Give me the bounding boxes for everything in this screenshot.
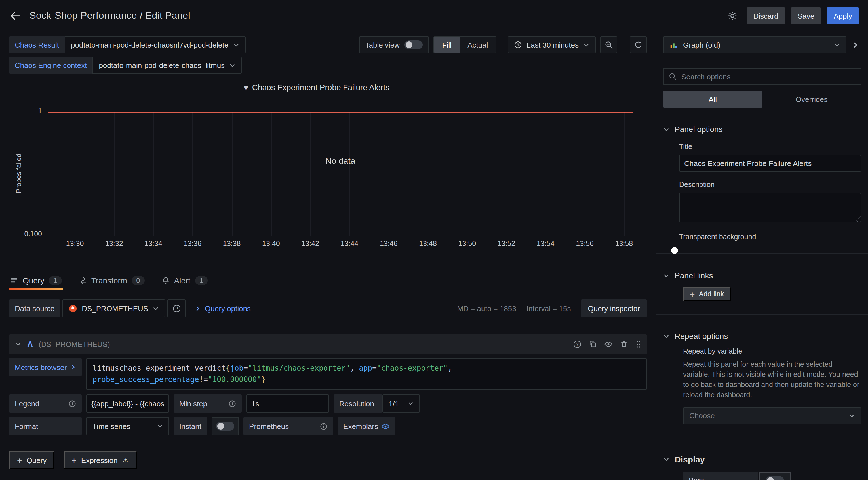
query-options-label: Query options (205, 304, 251, 312)
query-help-button[interactable]: ? (573, 340, 582, 348)
toggle-knob (671, 247, 678, 254)
interval-info: Interval = 15s (526, 304, 571, 312)
panel-options-body: Title Description Transparent background (668, 143, 861, 241)
x-tick-label: 13:36 (179, 240, 206, 248)
tab-alert[interactable]: Alert 1 (160, 271, 209, 290)
panel-description-textarea[interactable] (679, 193, 861, 222)
description-field-label: Description (679, 181, 861, 189)
eye-icon (381, 422, 390, 431)
x-tick-label: 13:50 (454, 240, 481, 248)
variable-value-dropdown[interactable]: podtato-main-pod-delete-chaosnl7vd-pod-d… (65, 36, 245, 53)
add-link-button[interactable]: + Add link (683, 287, 731, 302)
bars-toggle[interactable] (766, 476, 784, 480)
legend-input[interactable] (86, 395, 169, 413)
top-bar: Sock-Shop Performance / Edit Panel Disca… (0, 0, 868, 32)
tab-query[interactable]: Query 1 (9, 271, 63, 290)
section-title: Panel links (675, 271, 713, 280)
gridline (153, 112, 154, 236)
instant-switch-box (212, 417, 239, 435)
tab-transform[interactable]: Transform 0 (78, 271, 146, 290)
eye-icon (604, 340, 613, 348)
format-select[interactable]: Time series (86, 417, 169, 435)
chevron-down-icon (849, 413, 855, 419)
graph-plot-area[interactable]: 13:3013:3213:3413:3613:3813:4013:4213:44… (48, 112, 632, 236)
info-icon (229, 400, 236, 407)
panel-links-header[interactable]: Panel links (663, 271, 861, 280)
query-ref-datasource: (DS_PROMETHEUS) (38, 340, 110, 348)
clock-icon (514, 41, 522, 49)
back-button[interactable] (9, 10, 22, 22)
instant-toggle[interactable] (216, 422, 234, 431)
drag-handle[interactable] (636, 340, 641, 348)
disable-query-button[interactable] (604, 340, 613, 348)
gridline (271, 112, 272, 236)
datasource-name: DS_PROMETHEUS (82, 304, 148, 312)
collapse-sidebar-button[interactable] (849, 36, 861, 53)
add-query-button[interactable]: + Query (9, 451, 55, 469)
promql-token: != (199, 375, 208, 384)
exemplars-label: Exemplars (343, 422, 378, 431)
visualization-picker[interactable]: Graph (old) (663, 36, 846, 53)
divider (656, 314, 868, 314)
y-tick-label: 1 (19, 107, 42, 115)
legend-label: Legend (15, 399, 39, 408)
metrics-browser-button[interactable]: Metrics browser (9, 358, 82, 376)
panel-title-input[interactable] (679, 155, 861, 172)
promql-code[interactable]: litmuschaos_experiment_verdict{job="litm… (86, 358, 647, 390)
tab-overrides[interactable]: Overrides (762, 91, 861, 108)
fill-option[interactable]: Fill (434, 37, 460, 53)
gridline (114, 112, 115, 236)
datasource-row-info: MD = auto = 1853 Interval = 15s Query in… (457, 299, 647, 317)
query-pane-actions: + Query + Expression ⚠ (9, 451, 647, 469)
min-step-input[interactable] (246, 395, 329, 413)
bell-icon (162, 277, 169, 284)
copy-icon (589, 340, 597, 348)
discard-button[interactable]: Discard (747, 7, 785, 24)
info-icon (69, 400, 76, 407)
exemplars-eye-toggle[interactable] (381, 422, 390, 431)
duplicate-query-button[interactable] (589, 340, 597, 348)
refresh-icon (634, 41, 642, 49)
add-expression-button[interactable]: + Expression ⚠ (64, 451, 136, 469)
content: Chaos Result podtato-main-pod-delete-cha… (0, 32, 868, 480)
trash-icon (620, 340, 628, 348)
save-button[interactable]: Save (791, 7, 821, 24)
arrow-left-icon (9, 10, 22, 22)
panel-options-header[interactable]: Panel options (663, 125, 861, 134)
refresh-button[interactable] (630, 36, 647, 53)
query-row-header[interactable]: A (DS_PROMETHEUS) ? (9, 334, 647, 354)
delete-query-button[interactable] (620, 340, 628, 348)
table-view-toggle[interactable] (405, 40, 423, 49)
tab-all[interactable]: All (663, 91, 762, 108)
fill-actual-segmented: Fill Actual (434, 36, 497, 53)
y-axis-label: Probes failed (15, 142, 23, 205)
options-search-input[interactable] (681, 72, 856, 81)
x-tick-label: 13:40 (257, 240, 284, 248)
apply-button[interactable]: Apply (827, 7, 859, 24)
repeat-options-header[interactable]: Repeat options (663, 332, 861, 341)
variable-value-dropdown[interactable]: podtato-main-pod-delete-chaos_litmus (92, 57, 242, 74)
metrics-browser-label: Metrics browser (15, 363, 67, 372)
query-ref-id: A (27, 339, 33, 348)
gridline (428, 112, 429, 236)
datasource-help-button[interactable]: ? (167, 299, 186, 317)
chevron-down-icon (229, 62, 236, 68)
resolution-select[interactable]: 1/1 (382, 395, 420, 413)
format-chip: Format (9, 417, 82, 435)
view-controls: Table view Fill Actual Last 30 minutes (359, 36, 647, 53)
repeat-by-variable-label: Repeat by variable (683, 347, 861, 355)
variable-chaos-result: Chaos Result podtato-main-pod-delete-cha… (9, 36, 245, 53)
actual-option[interactable]: Actual (460, 37, 496, 53)
time-range-picker[interactable]: Last 30 minutes (508, 36, 596, 53)
table-view-label: Table view (365, 40, 400, 49)
panel-toolbar: Chaos Result podtato-main-pod-delete-cha… (0, 32, 656, 74)
panel-settings-button[interactable] (724, 7, 741, 24)
zoom-out-button[interactable] (600, 36, 617, 53)
datasource-picker[interactable]: DS_PROMETHEUS (62, 299, 165, 317)
query-options-toggle[interactable]: Query options (194, 304, 251, 312)
gear-icon (727, 11, 738, 21)
query-inspector-button[interactable]: Query inspector (581, 299, 647, 317)
display-header[interactable]: Display (663, 454, 861, 464)
repeat-variable-select[interactable]: Choose (683, 407, 861, 424)
section-title: Panel options (675, 125, 723, 134)
